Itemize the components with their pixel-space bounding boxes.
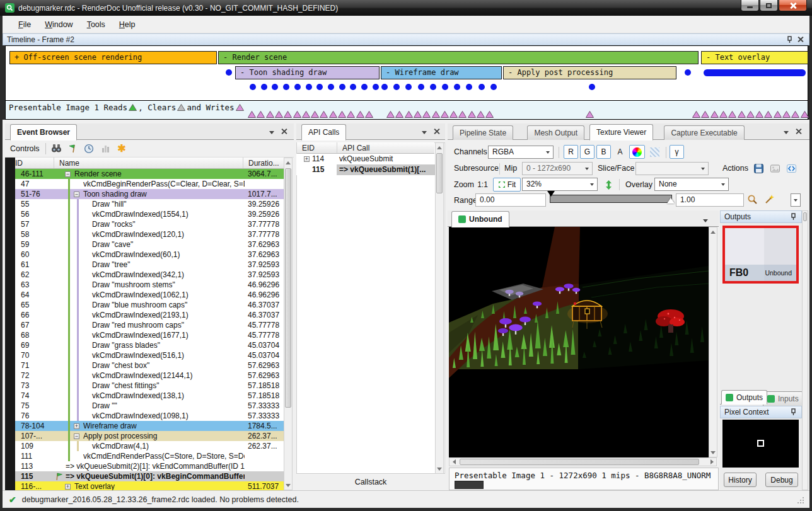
- resource-usage-marker[interactable]: [284, 111, 292, 118]
- tab-event-browser[interactable]: Event Browser: [10, 124, 77, 141]
- resource-usage-marker[interactable]: [257, 111, 265, 118]
- event-row[interactable]: 60vkCmdDrawIndexed(60,1)37.62963: [15, 250, 284, 260]
- callstack-footer[interactable]: Callstack: [296, 474, 445, 490]
- timeline-marker-bar[interactable]: - Apply post processing: [503, 66, 676, 79]
- minimize-button[interactable]: [741, 0, 759, 11]
- column-api-call[interactable]: API Call: [337, 142, 434, 153]
- resource-usage-marker[interactable]: [422, 111, 431, 118]
- timeline-event-dot[interactable]: [306, 84, 312, 90]
- timeline-event-dot[interactable]: [418, 84, 424, 90]
- resource-usage-marker[interactable]: [311, 111, 319, 118]
- resource-usage-marker[interactable]: [746, 111, 755, 118]
- event-row[interactable]: 46-111−Render scene3064.7...: [15, 169, 284, 179]
- zoom-fit-button[interactable]: Fit: [493, 178, 521, 192]
- resource-usage-marker[interactable]: [764, 111, 772, 118]
- event-row[interactable]: 66vkCmdDrawIndexed(2193,1)46.37037: [15, 310, 284, 320]
- event-row[interactable]: 47vkCmdBeginRenderPass(C=Clear, D=Clear,…: [15, 179, 284, 189]
- history-button[interactable]: History: [724, 473, 757, 487]
- event-row[interactable]: 64vkCmdDrawIndexed(1062,1)46.96296: [15, 290, 284, 300]
- collapse-box[interactable]: −: [74, 433, 79, 439]
- event-row[interactable]: 65Draw "blue mushroom caps"46.37037: [15, 300, 284, 310]
- slice-face-combo[interactable]: [635, 162, 709, 175]
- expand-box[interactable]: +: [304, 156, 310, 162]
- api-call-row[interactable]: 115=> vkQueueSubmit(1)[...: [296, 164, 435, 175]
- resource-usage-marker[interactable]: [275, 111, 283, 118]
- event-row[interactable]: 51-76−Toon shading draw1017.7...: [15, 189, 284, 199]
- timeline-event-dot[interactable]: [393, 84, 400, 90]
- resource-usage-marker[interactable]: [719, 111, 728, 118]
- api-calls-header[interactable]: EID API Call: [297, 142, 434, 154]
- maximize-button[interactable]: [760, 0, 778, 11]
- column-eid[interactable]: EID: [297, 142, 337, 153]
- scrollbar-thumb[interactable]: [460, 459, 699, 465]
- range-white-handle[interactable]: [667, 198, 675, 204]
- event-row[interactable]: 74vkCmdDrawIndexed(138,1)57.18518: [15, 391, 284, 401]
- collapse-box[interactable]: −: [74, 192, 79, 197]
- scroll-up-arrow[interactable]: [709, 228, 717, 236]
- event-row[interactable]: 68vkCmdDrawIndexed(1677,1)45.77778: [15, 330, 284, 340]
- resource-usage-marker[interactable]: [701, 111, 709, 118]
- scrollbar-thumb[interactable]: [803, 212, 807, 221]
- thumbnails-scrollbar[interactable]: [802, 210, 808, 490]
- timeline-resource-track[interactable]: Presentable Image 1 Reads , Clears and W…: [5, 101, 808, 120]
- resource-usage-marker[interactable]: [365, 111, 373, 118]
- resource-usage-marker[interactable]: [266, 111, 274, 118]
- resource-usage-marker[interactable]: [414, 111, 422, 118]
- scroll-right-arrow[interactable]: [708, 458, 716, 466]
- flip-y-button[interactable]: [601, 178, 615, 192]
- range-slider[interactable]: [550, 195, 672, 203]
- timeline-event-dot[interactable]: [589, 84, 595, 90]
- timeline-event-dot[interactable]: [350, 84, 356, 90]
- resource-usage-marker[interactable]: [441, 111, 449, 118]
- timeline-event-dot[interactable]: [478, 84, 485, 90]
- custom-display-button[interactable]: [629, 145, 645, 159]
- event-row[interactable]: 78-104+Wireframe draw1784.5...: [15, 421, 284, 431]
- event-row[interactable]: 72vkCmdDrawIndexed(12144,1)57.62963: [15, 370, 284, 381]
- timeline-marker-bar[interactable]: - Toon shading draw: [235, 66, 380, 79]
- pin-icon[interactable]: [789, 408, 798, 416]
- resource-usage-marker[interactable]: [293, 111, 301, 118]
- resource-usage-marker[interactable]: [432, 111, 440, 118]
- menu-help[interactable]: Help: [112, 18, 142, 32]
- goto-resource-icon[interactable]: [786, 163, 798, 175]
- zoom-range-icon[interactable]: [746, 193, 758, 205]
- timeline-event-dot[interactable]: [339, 84, 345, 90]
- event-row[interactable]: 63Draw "mushroom stems"46.96296: [15, 280, 284, 290]
- collapse-box[interactable]: −: [65, 171, 71, 177]
- resize-grip[interactable]: [797, 497, 804, 504]
- resource-usage-marker[interactable]: [710, 111, 719, 118]
- api-call-row[interactable]: +114vkQueueSubmit: [296, 154, 435, 164]
- panel-menu-icon[interactable]: [782, 128, 791, 135]
- resource-usage-marker[interactable]: [450, 111, 458, 118]
- scroll-down-arrow[interactable]: [284, 481, 292, 489]
- column-name[interactable]: Name: [54, 158, 243, 168]
- title-bar[interactable]: debugmarker.rdc - RenderDoc Unofficial r…: [0, 0, 812, 16]
- scroll-down-arrow[interactable]: [709, 449, 717, 456]
- checker-background-button[interactable]: [647, 145, 663, 159]
- resource-usage-marker[interactable]: [248, 111, 256, 118]
- event-row[interactable]: 107-...−Apply post processing262.37...: [15, 431, 284, 441]
- close-button[interactable]: [779, 0, 807, 11]
- tab-mesh-output[interactable]: Mesh Output: [527, 125, 584, 140]
- range-min-input[interactable]: 0.00: [475, 193, 546, 207]
- event-row[interactable]: 67Draw "red mushroom caps"45.77778: [15, 320, 284, 330]
- resource-usage-marker[interactable]: [356, 111, 364, 118]
- timeline-event-dot[interactable]: [373, 84, 379, 90]
- resource-usage-marker[interactable]: [395, 111, 403, 118]
- timeline-event-dot[interactable]: [316, 84, 323, 90]
- timeline-event-dot[interactable]: [466, 84, 472, 90]
- event-row[interactable]: 70vkCmdDrawIndexed(516,1)45.03704: [15, 350, 284, 360]
- scroll-up-arrow[interactable]: [284, 159, 292, 166]
- tab-inputs[interactable]: Inputs: [763, 391, 803, 406]
- timeline-event-dot[interactable]: [430, 84, 436, 90]
- event-row[interactable]: 57Draw "rocks"37.77778: [15, 219, 284, 229]
- close-panel-icon[interactable]: [796, 35, 805, 44]
- resource-usage-marker[interactable]: [347, 111, 355, 118]
- panel-menu-icon[interactable]: [420, 128, 429, 135]
- event-row[interactable]: 75Draw ""57.33333: [15, 401, 284, 411]
- panel-close-icon[interactable]: [432, 128, 441, 135]
- tab-texture-viewer[interactable]: Texture Viewer: [589, 124, 653, 141]
- column-duration[interactable]: Duratio...: [243, 158, 284, 168]
- tab-capture-executable[interactable]: Capture Executable: [664, 125, 744, 140]
- event-row[interactable]: 69Draw "grass blades"45.03704: [15, 340, 284, 350]
